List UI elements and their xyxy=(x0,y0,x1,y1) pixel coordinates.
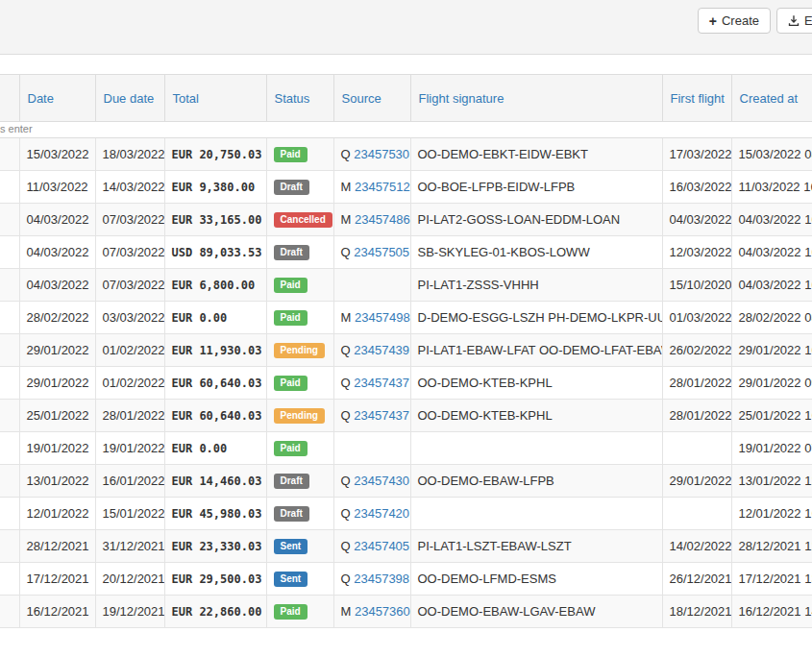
date-cell: 16/12/2021 xyxy=(19,596,95,628)
total-cell: EUR 14,460.03 xyxy=(164,465,266,498)
date-cell: 29/01/2022 xyxy=(19,334,95,367)
source-link[interactable]: 23457439 xyxy=(354,343,409,357)
date-cell: 19/01/2022 xyxy=(19,432,95,465)
first-flight-cell: 28/01/2022 xyxy=(662,400,731,432)
export-button[interactable]: Export xyxy=(776,8,812,34)
due-date-cell: 28/01/2022 xyxy=(95,400,164,432)
flight-signature-cell: OO-DEMO-EBKT-EIDW-EBKT xyxy=(410,138,662,171)
source-link[interactable]: 23457486 xyxy=(355,212,410,227)
row-expand-cell xyxy=(0,530,19,563)
column-header-total[interactable]: Total xyxy=(164,75,266,122)
first-flight-cell: 28/01/2022 xyxy=(662,367,731,400)
table-row[interactable]: 04/03/202207/03/2022EUR 6,800.00PaidPI-L… xyxy=(0,269,812,302)
column-header-flight-signature[interactable]: Flight signature xyxy=(410,75,662,122)
total-cell: EUR 11,930.03 xyxy=(164,334,266,367)
column-header-first-flight[interactable]: First flight xyxy=(662,75,731,122)
source-link[interactable]: 23457405 xyxy=(354,539,409,553)
table-row[interactable]: 29/01/202201/02/2022EUR 11,930.03Pending… xyxy=(0,334,812,367)
flight-signature-cell: OO-DEMO-EBAW-LFPB xyxy=(410,465,662,498)
source-cell xyxy=(333,269,410,302)
table-row[interactable]: 13/01/202216/01/2022EUR 14,460.03DraftQ … xyxy=(0,465,812,498)
first-flight-cell: 15/10/2020 xyxy=(662,269,731,302)
source-link[interactable]: 23457512 xyxy=(355,180,410,194)
table-row[interactable]: 17/12/202120/12/2021EUR 29,500.03SentQ 2… xyxy=(0,563,812,596)
flight-signature-cell: PI-LAT2-GOSS-LOAN-EDDM-LOAN xyxy=(410,204,662,236)
flight-signature-cell xyxy=(410,432,662,465)
source-link[interactable]: 23457498 xyxy=(355,310,410,325)
source-cell: M 23457360 xyxy=(333,596,410,628)
row-expand-cell xyxy=(0,302,19,334)
source-cell: M 23457498 xyxy=(333,302,410,334)
due-date-cell: 16/01/2022 xyxy=(95,465,164,498)
created-at-cell: 04/03/2022 10: xyxy=(731,204,812,236)
source-link[interactable]: 23457437 xyxy=(354,408,409,423)
table-row[interactable]: 12/01/202215/01/2022EUR 45,980.03DraftQ … xyxy=(0,498,812,530)
table-row[interactable]: 04/03/202207/03/2022EUR 33,165.00Cancell… xyxy=(0,204,812,236)
source-link[interactable]: 23457437 xyxy=(354,376,409,390)
filter-row[interactable]: s enter xyxy=(0,122,812,138)
first-flight-cell: 14/02/2022 xyxy=(662,530,731,563)
source-link[interactable]: 23457430 xyxy=(354,474,409,488)
table-row[interactable]: 29/01/202201/02/2022EUR 60,640.03PaidQ 2… xyxy=(0,367,812,400)
source-link[interactable]: 23457530 xyxy=(354,147,409,161)
first-flight-cell: 12/03/2022 xyxy=(662,236,731,269)
total-cell: EUR 20,750.03 xyxy=(164,138,266,171)
created-at-cell: 28/02/2022 08: xyxy=(731,302,812,334)
table-row[interactable]: 11/03/202214/03/2022EUR 9,380.00DraftM 2… xyxy=(0,171,812,204)
row-expand-cell xyxy=(0,171,19,204)
status-badge: Paid xyxy=(274,147,308,162)
status-badge: Draft xyxy=(274,245,309,260)
first-flight-cell: 04/03/2022 xyxy=(662,204,731,236)
total-cell: EUR 23,330.03 xyxy=(164,530,266,563)
column-header-due-date[interactable]: Due date xyxy=(95,75,164,122)
column-header-status[interactable]: Status xyxy=(266,75,333,122)
table-row[interactable]: 28/02/202203/03/2022EUR 0.00PaidM 234574… xyxy=(0,302,812,334)
created-at-cell: 11/03/2022 16: xyxy=(731,171,812,204)
table-row[interactable]: 15/03/202218/03/2022EUR 20,750.03PaidQ 2… xyxy=(0,138,812,171)
status-cell: Paid xyxy=(266,269,333,302)
total-cell: EUR 9,380.00 xyxy=(164,171,266,204)
row-expand-cell xyxy=(0,138,19,171)
table-row[interactable]: 25/01/202228/01/2022EUR 60,640.03Pending… xyxy=(0,400,812,432)
first-flight-cell xyxy=(662,432,731,465)
flight-signature-cell: PI-LAT1-LSZT-EBAW-LSZT xyxy=(410,530,662,563)
status-cell: Pending xyxy=(266,400,333,432)
status-cell: Paid xyxy=(266,432,333,465)
table-row[interactable]: 16/12/202119/12/2021EUR 22,860.00PaidM 2… xyxy=(0,596,812,628)
source-link[interactable]: 23457505 xyxy=(354,245,409,259)
source-link[interactable]: 23457398 xyxy=(354,572,409,586)
column-header-source[interactable]: Source xyxy=(333,75,410,122)
source-link[interactable]: 23457360 xyxy=(355,604,410,619)
date-cell: 17/12/2021 xyxy=(19,563,95,596)
status-badge: Draft xyxy=(274,180,309,195)
row-expand-cell xyxy=(0,367,19,400)
table-row[interactable]: 04/03/202207/03/2022USD 89,033.53DraftQ … xyxy=(0,236,812,269)
column-header-created-at[interactable]: Created at xyxy=(731,75,812,122)
source-cell: Q 23457405 xyxy=(333,530,410,563)
date-cell: 15/03/2022 xyxy=(19,138,95,171)
due-date-cell: 07/03/2022 xyxy=(95,269,164,302)
created-at-cell: 16/12/2021 14: xyxy=(731,596,812,628)
status-cell: Draft xyxy=(266,171,333,204)
date-cell: 04/03/2022 xyxy=(19,236,95,269)
date-cell: 28/02/2022 xyxy=(19,302,95,334)
flight-signature-cell: SB-SKYLEG-01-KBOS-LOWW xyxy=(410,236,662,269)
status-cell: Draft xyxy=(266,236,333,269)
table-row[interactable]: 19/01/202219/01/2022EUR 0.00Paid19/01/20… xyxy=(0,432,812,465)
table-row[interactable]: 28/12/202131/12/2021EUR 23,330.03SentQ 2… xyxy=(0,530,812,563)
due-date-cell: 01/02/2022 xyxy=(95,334,164,367)
created-at-cell: 12/01/2022 16: xyxy=(731,498,812,530)
flight-signature-cell: OO-DEMO-EBAW-LGAV-EBAW xyxy=(410,596,662,628)
source-cell: Q 23457430 xyxy=(333,465,410,498)
due-date-cell: 19/12/2021 xyxy=(95,596,164,628)
row-expand-cell xyxy=(0,498,19,530)
due-date-cell: 07/03/2022 xyxy=(95,236,164,269)
created-at-cell: 29/01/2022 10: xyxy=(731,334,812,367)
column-header-date[interactable]: Date xyxy=(19,75,95,122)
flight-signature-cell: PI-LAT1-ZSSS-VHHH xyxy=(410,269,662,302)
source-cell: Q 23457437 xyxy=(333,400,410,432)
create-button[interactable]: + Create xyxy=(698,8,771,34)
row-expand-cell xyxy=(0,563,19,596)
source-link[interactable]: 23457420 xyxy=(354,506,409,521)
status-cell: Pending xyxy=(266,334,333,367)
